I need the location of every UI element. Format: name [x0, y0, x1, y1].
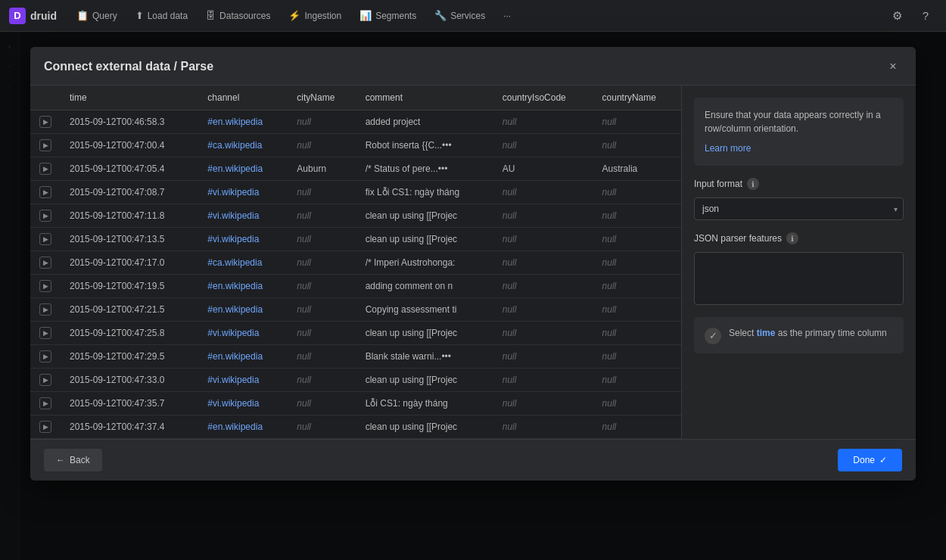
learn-more-link[interactable]: Learn more — [705, 142, 893, 155]
col-comment: comment — [356, 86, 493, 110]
cell-channel: #en.wikipedia — [198, 157, 288, 181]
modal-footer: ← Back Done ✓ — [30, 439, 916, 481]
back-arrow-icon: ← — [56, 455, 65, 465]
input-format-label: Input format — [694, 179, 742, 189]
cell-cityname: null — [288, 275, 356, 298]
cell-countryisocode: null — [493, 345, 593, 369]
modal-overlay: Connect external data / Parse × time cha… — [0, 32, 946, 560]
expand-button[interactable]: ▶ — [39, 350, 51, 362]
close-button[interactable]: × — [884, 58, 902, 76]
expand-button[interactable]: ▶ — [39, 303, 51, 316]
data-table: time channel cityName comment countryIso… — [30, 86, 681, 439]
input-format-info-icon[interactable]: ℹ — [747, 178, 759, 190]
table-row: ▶2015-09-12T00:47:35.7#vi.wikipedianullL… — [30, 392, 681, 415]
cell-cityname: Auburn — [288, 157, 356, 181]
cell-countryname: null — [593, 134, 681, 157]
table-row: ▶2015-09-12T00:47:29.5#en.wikipedianullB… — [30, 345, 681, 369]
expand-button[interactable]: ▶ — [39, 233, 51, 245]
cell-cityname: null — [288, 181, 356, 204]
cell-comment: clean up using [[Projec — [356, 228, 493, 251]
expand-button[interactable]: ▶ — [39, 163, 51, 175]
cell-time: 2015-09-12T00:47:05.4 — [61, 157, 198, 181]
expand-button[interactable]: ▶ — [39, 327, 51, 339]
cell-cityname: null — [288, 251, 356, 275]
nav-load-data[interactable]: ⬆ Load data — [128, 5, 195, 26]
cell-countryisocode: null — [493, 369, 593, 392]
settings-button[interactable]: ⚙ — [885, 5, 908, 27]
cell-comment: Blank stale warni...••• — [356, 345, 493, 369]
cell-cityname: null — [288, 415, 356, 439]
cell-countryisocode: null — [493, 134, 593, 157]
select-time-column: time — [757, 328, 776, 338]
cell-cityname: null — [288, 322, 356, 345]
cell-channel: #en.wikipedia — [198, 275, 288, 298]
expand-cell: ▶ — [30, 228, 61, 251]
col-cityname: cityName — [288, 86, 356, 110]
cell-channel: #vi.wikipedia — [198, 369, 288, 392]
nav-segments-label: Segments — [375, 11, 416, 21]
expand-cell: ▶ — [30, 204, 61, 228]
cell-comment: /* Imperi Austrohonga: — [356, 251, 493, 275]
nav-datasources[interactable]: 🗄 Datasources — [198, 5, 278, 26]
json-parser-textarea[interactable] — [694, 252, 904, 305]
modal-title: Connect external data / Parse — [44, 60, 213, 73]
expand-button[interactable]: ▶ — [39, 374, 51, 386]
modal-header: Connect external data / Parse × — [30, 47, 916, 86]
expand-button[interactable]: ▶ — [39, 186, 51, 198]
cell-time: 2015-09-12T00:47:19.5 — [61, 275, 198, 298]
cell-comment: /* Status of pere...••• — [356, 157, 493, 181]
cell-comment: Robot inserta {{C...••• — [356, 134, 493, 157]
expand-cell: ▶ — [30, 415, 61, 439]
json-parser-info-icon[interactable]: ℹ — [786, 232, 798, 244]
data-table-area[interactable]: time channel cityName comment countryIso… — [30, 86, 681, 439]
nav-more[interactable]: ··· — [496, 6, 518, 26]
nav-services[interactable]: 🔧 Services — [427, 5, 493, 26]
nav-ingestion[interactable]: ⚡ Ingestion — [281, 5, 349, 26]
cell-cityname: null — [288, 345, 356, 369]
cell-time: 2015-09-12T00:47:35.7 — [61, 392, 198, 415]
cell-time: 2015-09-12T00:47:17.0 — [61, 251, 198, 275]
table-row: ▶2015-09-12T00:47:17.0#ca.wikipedianull/… — [30, 251, 681, 275]
cell-countryisocode: null — [493, 275, 593, 298]
expand-cell: ▶ — [30, 275, 61, 298]
select-time-suffix: as the primary time column — [778, 328, 887, 338]
col-expand — [30, 86, 61, 110]
back-button[interactable]: ← Back — [44, 449, 102, 471]
table-row: ▶2015-09-12T00:47:37.4#en.wikipedianullc… — [30, 415, 681, 439]
help-button[interactable]: ? — [914, 5, 937, 27]
expand-button[interactable]: ▶ — [39, 139, 51, 151]
cell-countryisocode: null — [493, 204, 593, 228]
cell-cityname: null — [288, 369, 356, 392]
cell-comment: clean up using [[Projec — [356, 415, 493, 439]
nav-segments[interactable]: 📊 Segments — [352, 5, 424, 26]
nav-services-label: Services — [450, 11, 485, 21]
cell-comment: clean up using [[Projec — [356, 322, 493, 345]
expand-button[interactable]: ▶ — [39, 280, 51, 292]
cell-cityname: null — [288, 134, 356, 157]
expand-button[interactable]: ▶ — [39, 421, 51, 433]
table-row: ▶2015-09-12T00:47:13.5#vi.wikipedianullc… — [30, 228, 681, 251]
input-format-select[interactable]: json csv tsv parquet — [694, 198, 904, 220]
segments-icon: 📊 — [359, 10, 372, 21]
select-time-text: Select time as the primary time column — [729, 326, 893, 340]
parse-modal: Connect external data / Parse × time cha… — [30, 47, 916, 481]
info-text: Ensure that your data appears correctly … — [705, 110, 881, 134]
cell-countryisocode: null — [493, 251, 593, 275]
expand-button[interactable]: ▶ — [39, 116, 51, 128]
cell-time: 2015-09-12T00:47:00.4 — [61, 134, 198, 157]
json-parser-label: JSON parser features — [694, 233, 782, 244]
cell-countryisocode: null — [493, 110, 593, 134]
col-countryisocode: countryIsoCode — [493, 86, 593, 110]
nav-query[interactable]: 📋 Query — [69, 5, 125, 26]
cell-time: 2015-09-12T00:47:21.5 — [61, 298, 198, 322]
expand-button[interactable]: ▶ — [39, 210, 51, 222]
done-button[interactable]: Done ✓ — [838, 449, 902, 471]
done-check-icon: ✓ — [879, 455, 887, 465]
cell-channel: #en.wikipedia — [198, 415, 288, 439]
expand-button[interactable]: ▶ — [39, 397, 51, 409]
cell-channel: #vi.wikipedia — [198, 181, 288, 204]
cell-time: 2015-09-12T00:47:33.0 — [61, 369, 198, 392]
expand-button[interactable]: ▶ — [39, 257, 51, 269]
cell-countryisocode: null — [493, 228, 593, 251]
done-label: Done — [853, 455, 875, 465]
